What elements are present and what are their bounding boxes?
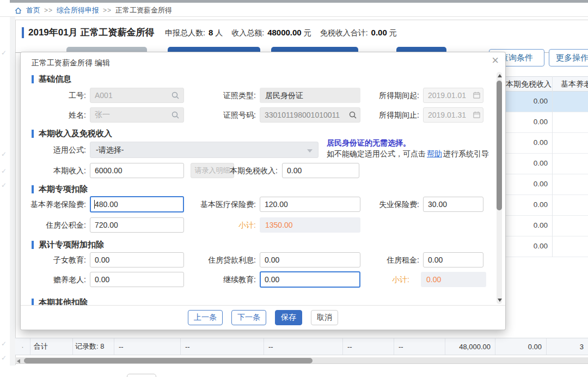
totals-cell-partial: 3 (547, 338, 588, 355)
id-no-field[interactable] (260, 107, 360, 123)
name-field[interactable] (90, 107, 184, 123)
breadcrumb-current: 正常工资薪金所得 (115, 5, 172, 15)
loan-interest-field[interactable] (260, 252, 360, 267)
table-row[interactable]: 0.00 (505, 195, 588, 216)
close-icon[interactable]: × (492, 54, 499, 66)
side-tick: ✓ (1, 354, 7, 362)
totals-cell: -- (343, 338, 394, 355)
tab-hidden[interactable] (168, 47, 260, 52)
tab-hidden[interactable] (271, 47, 358, 52)
side-tick: ✓ (1, 340, 7, 348)
formula-hint-line1: 居民身份证的无需选择。 (327, 138, 411, 148)
next-record-button[interactable]: 下一条 (231, 310, 266, 325)
column-header-tax-free-income: 本期免税收入 (505, 80, 552, 89)
income-field[interactable] (90, 163, 184, 178)
housing-fund-field[interactable] (90, 217, 184, 233)
housing-fund-label: 住房公积金: (26, 217, 86, 233)
left-strip (10, 17, 15, 366)
scroll-up-arrow-icon[interactable] (498, 74, 502, 77)
side-tick: ✓ (1, 181, 7, 189)
totals-cell-label: 合计 (30, 338, 73, 355)
table-row[interactable]: 0.00 (505, 154, 588, 174)
top-grey-bar (10, 0, 588, 3)
home-icon[interactable] (14, 7, 22, 15)
breadcrumb: 首页 >> 综合所得申报 >> 正常工资薪金所得 (14, 5, 172, 16)
medical-label: 基本医疗保险费: (192, 196, 256, 212)
save-button[interactable]: 保存 (275, 310, 302, 325)
stat-value: 0.00 (371, 28, 387, 37)
cont-edu-field[interactable] (260, 271, 360, 288)
section-additional-deductions: 累计专项附加扣除 (32, 240, 104, 250)
stat-label: 收入总额: (231, 28, 264, 38)
scroll-down-arrow-icon[interactable] (498, 299, 502, 302)
table-row[interactable]: 0.00 (505, 112, 588, 133)
stat-label: 免税收入合计: (320, 28, 368, 38)
additional-subtotal-value: 0.00 (421, 272, 486, 287)
section-income: 本期收入及免税收入 (32, 129, 112, 139)
medical-field[interactable] (260, 197, 360, 212)
id-no-label: 证照号码: (196, 107, 256, 123)
more-actions-button[interactable]: 更多操作 (549, 49, 588, 66)
totals-cell: -- (394, 338, 445, 355)
totals-cell: -- (114, 338, 181, 355)
formula-select[interactable]: -请选择- (90, 142, 318, 158)
scroll-left-arrow-icon[interactable] (17, 359, 20, 363)
cancel-button[interactable]: 取消 (311, 310, 338, 325)
tax-free-field[interactable] (282, 163, 359, 178)
search-icon[interactable] (348, 111, 357, 119)
table-totals-row: · 合计 记录数: 8 -- -- -- -- -- 48,000.00 0.0… (15, 338, 588, 355)
calendar-icon[interactable] (473, 91, 481, 100)
table-row[interactable]: 0.00 (505, 92, 588, 112)
breadcrumb-divider (0, 16, 588, 17)
section-accent-bar (32, 241, 34, 249)
dialog-title: 正常工资薪金所得 编辑 (32, 58, 110, 68)
modal-scrollbar-thumb[interactable] (497, 81, 502, 210)
pagination-button-partial[interactable] (127, 374, 156, 377)
totals-cell: -- (181, 338, 264, 355)
tab-hidden[interactable] (396, 47, 446, 52)
section-basic-info: 基础信息 (32, 74, 71, 84)
breadcrumb-separator: >> (103, 7, 112, 14)
stat-value: 8 (209, 28, 213, 37)
child-edu-field[interactable] (90, 252, 184, 267)
search-icon[interactable] (171, 91, 180, 100)
rent-field[interactable] (423, 252, 483, 267)
horizontal-scrollbar-thumb[interactable] (24, 358, 313, 363)
stat-unit: 元 (389, 28, 397, 38)
table-column-divider (552, 76, 553, 257)
chevron-down-icon (307, 149, 313, 153)
breadcrumb-level2[interactable]: 综合所得申报 (57, 5, 99, 15)
prev-record-button[interactable]: 上一条 (188, 310, 223, 325)
section-accent-bar (32, 75, 34, 83)
edit-dialog: 正常工资薪金所得 编辑 × 基础信息 工号: 证照类型: 居民身份证 所得期间起… (21, 52, 505, 330)
totals-cell-record-count: 记录数: 8 (73, 338, 114, 355)
loan-interest-label: 住房贷款利息: (192, 252, 256, 268)
stat-value: 48000.00 (267, 28, 302, 37)
unemployment-field[interactable] (423, 197, 483, 212)
help-link[interactable]: 帮助 (427, 149, 442, 158)
screen: 首页 >> 综合所得申报 >> 正常工资薪金所得 ✓ ✓ ✓ ✓ ✓ ✓ 201… (0, 0, 588, 377)
cont-edu-label: 继续教育: (192, 271, 256, 288)
table-header: 本期免税收入 基本养老保 (505, 76, 588, 92)
side-tick: ✓ (1, 49, 7, 57)
calendar-icon[interactable] (473, 111, 481, 119)
emp-no-field[interactable] (90, 88, 184, 103)
table-row[interactable]: 0.00 (505, 216, 588, 236)
elderly-label: 赡养老人: (26, 271, 86, 288)
emp-no-label: 工号: (26, 87, 86, 104)
unemployment-label: 失业保险费: (365, 196, 419, 212)
tax-free-label: 本期免税收入: (218, 162, 278, 179)
breadcrumb-home[interactable]: 首页 (26, 5, 40, 15)
name-label: 姓名: (26, 107, 86, 123)
search-icon[interactable] (171, 111, 180, 119)
period-end-label: 所得期间止: (361, 107, 419, 123)
tab-hidden[interactable] (66, 47, 147, 52)
table-row[interactable]: 0.00 (505, 133, 588, 154)
table-row[interactable]: 0.00 (505, 236, 588, 257)
formula-label: 适用公式: (26, 142, 86, 158)
subtotal-label: 小计: (223, 217, 256, 233)
pension-field[interactable] (90, 196, 184, 212)
income-label: 本期收入: (26, 162, 86, 179)
elderly-field[interactable] (90, 272, 184, 287)
table-row[interactable]: 0.00 (505, 174, 588, 195)
